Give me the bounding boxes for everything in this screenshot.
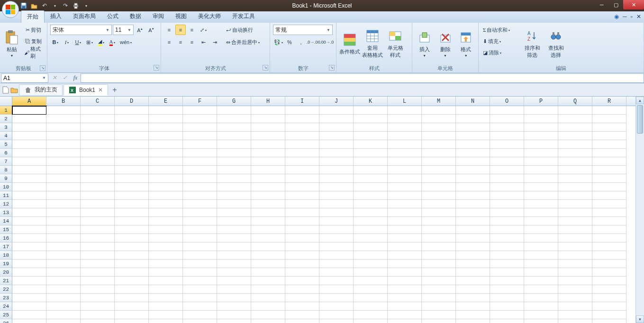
cell-J20[interactable] (319, 268, 354, 277)
cell-H10[interactable] (251, 183, 285, 191)
cell-I18[interactable] (285, 251, 319, 260)
cell-B9[interactable] (46, 174, 81, 183)
cell-K16[interactable] (354, 234, 388, 242)
cell-J2[interactable] (319, 115, 354, 123)
cell-C4[interactable] (81, 132, 115, 140)
row-header-24[interactable]: 24 (0, 302, 12, 311)
fill-button[interactable]: ⬇填充▾ (481, 36, 519, 46)
cell-D13[interactable] (115, 208, 149, 217)
cell-R21[interactable] (592, 277, 626, 285)
row-header-1[interactable]: 1 (0, 106, 12, 115)
cell-F5[interactable] (183, 140, 217, 149)
cell-O12[interactable] (490, 200, 524, 208)
cell-O13[interactable] (490, 208, 524, 217)
close-button[interactable]: ✕ (623, 0, 644, 9)
cell-L10[interactable] (388, 183, 422, 191)
grow-font-button[interactable]: A▴ (135, 25, 145, 35)
cell-C24[interactable] (81, 302, 115, 311)
cell-J26[interactable] (319, 319, 354, 323)
ribbon-tab-5[interactable]: 审阅 (147, 10, 170, 23)
cell-P10[interactable] (524, 183, 558, 191)
cell-A25[interactable] (12, 311, 46, 319)
cell-L14[interactable] (388, 217, 422, 225)
scroll-down-button[interactable]: ▼ (636, 315, 644, 323)
grid[interactable]: ABCDEFGHIJKLMNOPQR 123456789101112131415… (0, 97, 635, 323)
cell-K1[interactable] (354, 106, 388, 115)
cell-B7[interactable] (46, 157, 81, 166)
row-header-16[interactable]: 16 (0, 234, 12, 242)
cell-K5[interactable] (354, 140, 388, 149)
cell-Q21[interactable] (558, 277, 592, 285)
cell-E2[interactable] (149, 115, 183, 123)
cell-L11[interactable] (388, 191, 422, 200)
row-header-11[interactable]: 11 (0, 191, 12, 200)
cell-F11[interactable] (183, 191, 217, 200)
cell-K9[interactable] (354, 174, 388, 183)
col-header-J[interactable]: J (319, 97, 354, 106)
col-header-G[interactable]: G (217, 97, 251, 106)
cell-N10[interactable] (456, 183, 490, 191)
ribbon-tab-8[interactable]: 开发工具 (227, 10, 261, 23)
cell-A4[interactable] (12, 132, 46, 140)
cell-H5[interactable] (251, 140, 285, 149)
cell-G9[interactable] (217, 174, 251, 183)
cell-I11[interactable] (285, 191, 319, 200)
paste-button[interactable]: 粘贴 ▼ (3, 25, 21, 63)
cell-A10[interactable] (12, 183, 46, 191)
cell-R9[interactable] (592, 174, 626, 183)
cell-F9[interactable] (183, 174, 217, 183)
wrap-text-button[interactable]: ⮐自动换行 (225, 25, 270, 35)
col-header-F[interactable]: F (183, 97, 217, 106)
cell-Q6[interactable] (558, 149, 592, 157)
increase-decimal-button[interactable]: .0→.00 (307, 37, 320, 47)
cell-F1[interactable] (183, 106, 217, 115)
cell-C25[interactable] (81, 311, 115, 319)
cell-C9[interactable] (81, 174, 115, 183)
cell-R17[interactable] (592, 242, 626, 251)
cell-D22[interactable] (115, 285, 149, 294)
cell-F3[interactable] (183, 123, 217, 132)
cell-D18[interactable] (115, 251, 149, 260)
cell-R18[interactable] (592, 251, 626, 260)
cancel-formula-button[interactable]: ✕ (49, 73, 60, 83)
cell-F7[interactable] (183, 157, 217, 166)
cell-F15[interactable] (183, 225, 217, 234)
cell-P21[interactable] (524, 277, 558, 285)
cell-A26[interactable] (12, 319, 46, 323)
cell-H8[interactable] (251, 166, 285, 174)
cell-A3[interactable] (12, 123, 46, 132)
cell-F22[interactable] (183, 285, 217, 294)
cell-K25[interactable] (354, 311, 388, 319)
decrease-decimal-button[interactable]: .00→.0 (321, 37, 334, 47)
col-header-Q[interactable]: Q (558, 97, 592, 106)
cell-O26[interactable] (490, 319, 524, 323)
cell-K12[interactable] (354, 200, 388, 208)
cell-E16[interactable] (149, 234, 183, 242)
cell-N18[interactable] (456, 251, 490, 260)
cell-D11[interactable] (115, 191, 149, 200)
ribbon-close-icon[interactable]: ✕ (636, 13, 641, 20)
cell-P5[interactable] (524, 140, 558, 149)
cell-styles-button[interactable]: 单元格 样式 (385, 25, 406, 63)
cell-B1[interactable] (46, 106, 81, 115)
cell-C6[interactable] (81, 149, 115, 157)
cell-P9[interactable] (524, 174, 558, 183)
cell-K23[interactable] (354, 294, 388, 302)
cell-O6[interactable] (490, 149, 524, 157)
decrease-indent-button[interactable]: ⇤ (198, 37, 209, 47)
col-header-K[interactable]: K (354, 97, 388, 106)
cell-R4[interactable] (592, 132, 626, 140)
cell-O5[interactable] (490, 140, 524, 149)
cell-H12[interactable] (251, 200, 285, 208)
cell-G3[interactable] (217, 123, 251, 132)
cell-H19[interactable] (251, 260, 285, 268)
col-header-B[interactable]: B (46, 97, 81, 106)
cell-K24[interactable] (354, 302, 388, 311)
cell-P16[interactable] (524, 234, 558, 242)
col-header-H[interactable]: H (251, 97, 285, 106)
cell-C5[interactable] (81, 140, 115, 149)
row-header-22[interactable]: 22 (0, 285, 12, 294)
cell-K4[interactable] (354, 132, 388, 140)
cell-R23[interactable] (592, 294, 626, 302)
cell-Q11[interactable] (558, 191, 592, 200)
